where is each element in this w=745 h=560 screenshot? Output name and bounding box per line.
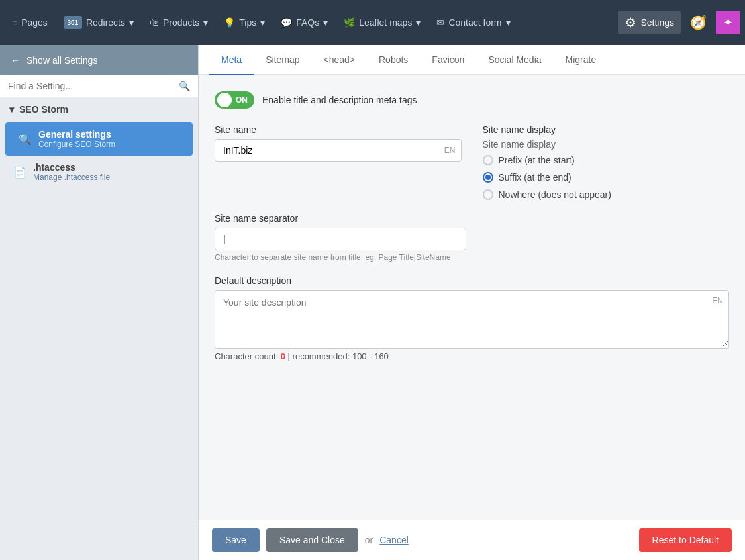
- tab-favicon[interactable]: Favicon: [420, 45, 476, 75]
- site-name-display-col: Site name display Site name display Pref…: [483, 124, 730, 200]
- nav-products-label: Products: [163, 17, 199, 28]
- separator-hint: Character to separate site name from tit…: [215, 253, 466, 262]
- separator-field: Site name separator Character to separat…: [215, 213, 729, 262]
- radio-prefix-circle: [483, 155, 493, 165]
- radio-suffix[interactable]: Suffix (at the end): [483, 172, 730, 183]
- pages-icon: ≡: [12, 17, 17, 28]
- char-count-recommended: | recommended: 100 - 160: [288, 351, 389, 361]
- site-name-display-radio-group: Prefix (at the start) Suffix (at the end…: [483, 155, 730, 200]
- nav-tips-label: Tips: [239, 17, 256, 28]
- sidebar-item-htaccess[interactable]: 📄 .htaccess Manage .htaccess file: [0, 157, 198, 187]
- contact-chevron-icon: ▾: [506, 17, 511, 28]
- redirects-301-icon: 301: [64, 16, 82, 29]
- char-count-number: 0: [281, 351, 285, 361]
- tips-icon: 💡: [224, 17, 235, 28]
- nav-pages-label: Pages: [21, 17, 48, 28]
- contact-icon: ✉: [436, 17, 444, 28]
- tab-social-media[interactable]: Social Media: [476, 45, 553, 75]
- htaccess-subtitle: Manage .htaccess file: [33, 173, 110, 182]
- site-name-label: Site name: [215, 124, 462, 135]
- sidebar: ← Show all Settings 🔍 ▾ SEO Storm 🔍 Gene…: [0, 45, 199, 560]
- section-label: SEO Storm: [19, 104, 68, 115]
- toggle-row: ON Enable title and description meta tag…: [215, 91, 729, 109]
- nav-item-settings[interactable]: ⚙ Settings: [618, 11, 681, 34]
- pixel-icon: ✦: [723, 15, 733, 30]
- site-name-input[interactable]: [215, 140, 439, 161]
- nav-faqs-label: FAQs: [296, 17, 319, 28]
- leaflet-chevron-icon: ▾: [416, 17, 421, 28]
- radio-suffix-circle: [483, 172, 493, 183]
- sidebar-item-general-settings[interactable]: 🔍 General settings Configure SEO Storm: [5, 122, 193, 156]
- site-name-display-label: Site name display: [483, 124, 730, 135]
- redirects-chevron-icon: ▾: [129, 17, 134, 28]
- tips-chevron-icon: ▾: [260, 17, 265, 28]
- bottom-bar: Save Save and Close or Cancel Reset to D…: [199, 520, 745, 560]
- save-button[interactable]: Save: [212, 528, 260, 552]
- radio-nowhere-label: Nowhere (does not appear): [499, 189, 611, 200]
- toggle-knob: [217, 93, 232, 107]
- navbar: ≡ Pages 301 Redirects ▾ 🛍 Products ▾ 💡 T…: [0, 0, 745, 45]
- nav-pixel-logo[interactable]: ✦: [716, 11, 740, 34]
- faqs-chevron-icon: ▾: [323, 17, 328, 28]
- radio-nowhere-circle: [483, 189, 493, 200]
- reset-to-default-button[interactable]: Reset to Default: [639, 528, 732, 552]
- products-chevron-icon: ▾: [203, 17, 208, 28]
- htaccess-doc-icon: 📄: [13, 166, 26, 179]
- general-settings-icon: 🔍: [19, 133, 32, 146]
- htaccess-title: .htaccess: [33, 162, 110, 173]
- tab-meta[interactable]: Meta: [209, 45, 254, 75]
- sidebar-search-container: 🔍: [0, 75, 198, 97]
- general-settings-subtitle: Configure SEO Storm: [38, 140, 115, 149]
- toggle-description: Enable title and description meta tags: [262, 95, 417, 105]
- back-label: Show all Settings: [26, 55, 97, 66]
- separator-input[interactable]: [215, 228, 466, 250]
- leaflet-icon: 🌿: [344, 17, 355, 28]
- search-icon[interactable]: 🔍: [179, 81, 190, 91]
- settings-gear-icon: ⚙: [624, 15, 636, 30]
- nav-leaflet-label: Leaflet maps: [359, 17, 412, 28]
- search-input[interactable]: [8, 81, 179, 91]
- tabs-bar: Meta Sitemap <head> Robots Favicon Socia…: [199, 45, 745, 75]
- cancel-button[interactable]: Cancel: [379, 535, 409, 545]
- back-arrow-icon: ←: [11, 55, 20, 66]
- separator-input-wrapper: [215, 228, 466, 250]
- sidebar-section-header[interactable]: ▾ SEO Storm: [0, 97, 198, 121]
- nav-item-leaflet[interactable]: 🌿 Leaflet maps ▾: [337, 13, 427, 32]
- products-icon: 🛍: [150, 17, 159, 28]
- tab-sitemap[interactable]: Sitemap: [254, 45, 311, 75]
- save-and-close-button[interactable]: Save and Close: [266, 528, 358, 552]
- nav-item-compass[interactable]: 🧭: [683, 11, 713, 34]
- description-field: Default description EN Character count: …: [215, 275, 729, 361]
- nav-contact-label: Contact form: [448, 17, 501, 28]
- content-area: Meta Sitemap <head> Robots Favicon Socia…: [199, 45, 745, 560]
- description-label: Default description: [215, 275, 729, 286]
- nav-item-contact[interactable]: ✉ Contact form ▾: [430, 13, 517, 32]
- nav-settings-label: Settings: [640, 17, 674, 28]
- radio-suffix-label: Suffix (at the end): [499, 172, 571, 183]
- site-name-lang-badge: EN: [439, 143, 461, 158]
- tab-migrate[interactable]: Migrate: [554, 45, 609, 75]
- site-name-input-wrapper: EN: [215, 139, 462, 162]
- meta-tags-toggle[interactable]: ON: [215, 91, 254, 109]
- site-name-display-sublabel: Site name display: [483, 139, 730, 150]
- or-text: or: [365, 535, 373, 545]
- show-all-settings-button[interactable]: ← Show all Settings: [0, 45, 198, 75]
- char-count-label: Character count:: [215, 351, 278, 361]
- tab-robots[interactable]: Robots: [367, 45, 420, 75]
- nav-item-redirects[interactable]: 301 Redirects ▾: [57, 12, 140, 33]
- main-layout: ← Show all Settings 🔍 ▾ SEO Storm 🔍 Gene…: [0, 45, 745, 560]
- compass-icon: 🧭: [690, 15, 707, 30]
- radio-prefix-label: Prefix (at the start): [499, 155, 575, 165]
- radio-prefix[interactable]: Prefix (at the start): [483, 155, 730, 165]
- radio-nowhere[interactable]: Nowhere (does not appear): [483, 189, 730, 200]
- general-settings-title: General settings: [38, 129, 115, 140]
- separator-label: Site name separator: [215, 213, 729, 224]
- nav-item-pages[interactable]: ≡ Pages: [5, 13, 54, 32]
- description-textarea[interactable]: [215, 291, 728, 346]
- tab-head[interactable]: <head>: [311, 45, 367, 75]
- nav-item-faqs[interactable]: 💬 FAQs ▾: [274, 13, 334, 32]
- nav-item-products[interactable]: 🛍 Products ▾: [143, 13, 215, 32]
- site-name-row: Site name EN Site name display Site name…: [215, 124, 729, 200]
- nav-item-tips[interactable]: 💡 Tips ▾: [217, 13, 272, 32]
- site-name-col: Site name EN: [215, 124, 462, 200]
